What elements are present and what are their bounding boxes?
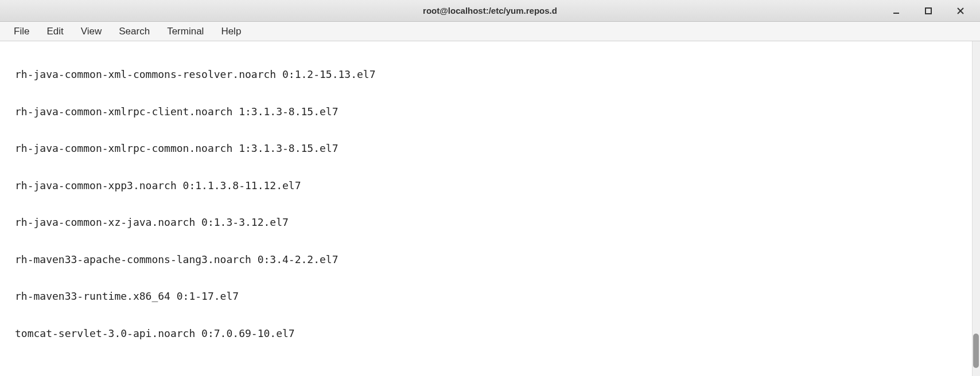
minimize-button[interactable] — [888, 3, 904, 19]
output-line: rh-maven33-runtime.x86_64 0:1-17.el7 — [1, 290, 979, 303]
menu-view[interactable]: View — [73, 23, 110, 40]
menu-terminal[interactable]: Terminal — [159, 23, 212, 40]
window-title: root@localhost:/etc/yum.repos.d — [423, 6, 557, 15]
scrollthumb[interactable] — [973, 334, 979, 368]
maximize-button[interactable] — [920, 3, 936, 19]
output-line: rh-maven33-apache-commons-lang3.noarch 0… — [1, 253, 979, 266]
output-line: rh-java-common-xmlrpc-client.noarch 1:3.… — [1, 105, 979, 118]
menu-search[interactable]: Search — [111, 23, 158, 40]
output-line: rh-java-common-xz-java.noarch 0:1.3-3.12… — [1, 216, 979, 229]
close-button[interactable] — [952, 3, 969, 19]
menubar: File Edit View Search Terminal Help — [0, 22, 980, 41]
titlebar: root@localhost:/etc/yum.repos.d — [0, 0, 980, 22]
scrollbar[interactable] — [972, 41, 980, 376]
window-controls — [888, 0, 975, 22]
menu-file[interactable]: File — [6, 23, 37, 40]
terminal-output[interactable]: rh-java-common-xml-commons-resolver.noar… — [0, 41, 980, 376]
output-line: rh-java-common-xml-commons-resolver.noar… — [1, 68, 979, 81]
output-line: tomcat-servlet-3.0-api.noarch 0:7.0.69-1… — [1, 327, 979, 340]
menu-help[interactable]: Help — [213, 23, 249, 40]
output-line: rh-java-common-xmlrpc-common.noarch 1:3.… — [1, 142, 979, 155]
menu-edit[interactable]: Edit — [38, 23, 71, 40]
blank-line — [1, 364, 979, 376]
output-line: rh-java-common-xpp3.noarch 0:1.1.3.8-11.… — [1, 179, 979, 192]
svg-rect-1 — [925, 8, 931, 14]
